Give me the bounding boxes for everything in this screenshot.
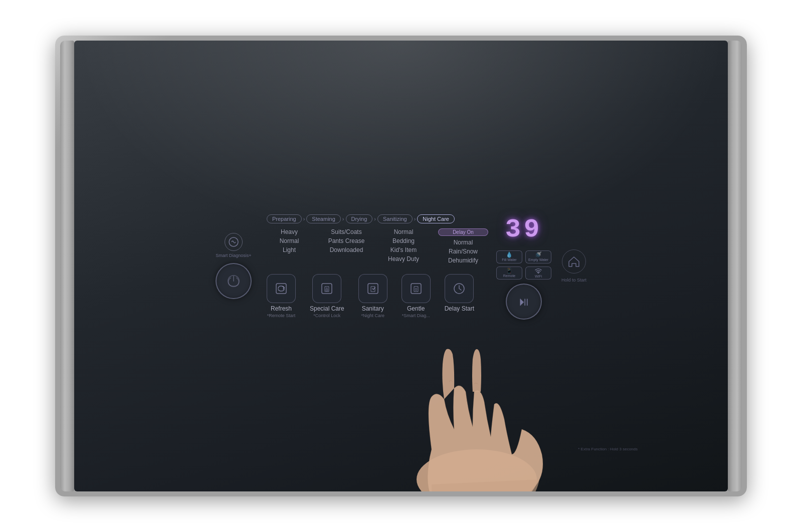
drying-heavy-duty: Heavy Duty	[381, 255, 426, 262]
appliance-panel: Smart Diagnosis+ Preparing	[55, 36, 747, 496]
hold-to-start-label: Hold to Start	[561, 278, 586, 283]
right-rail	[728, 41, 742, 491]
steaming-options: Suits/Coats Pants Crease Downloaded	[324, 228, 369, 264]
sanitary-icon	[358, 274, 387, 303]
bottom-buttons: Refresh *Remote Start	[267, 274, 474, 318]
center-section: Preparing › Steaming › Drying › Sanitizi…	[267, 214, 488, 318]
controls-area: Smart Diagnosis+ Preparing	[74, 213, 728, 320]
fill-water-button[interactable]: 💧 Fill Water	[496, 250, 522, 263]
right-section: 39 💧 Fill Water 🚿 Empty Water	[496, 213, 551, 320]
gentle-icon	[402, 274, 431, 303]
control-panel: Smart Diagnosis+ Preparing	[74, 41, 728, 491]
timer-display: 39	[505, 215, 542, 244]
smart-diagnosis: Smart Diagnosis+	[216, 233, 251, 258]
arrow-2: ›	[342, 216, 344, 222]
steaming-downloaded: Downloaded	[324, 246, 369, 253]
left-section: Smart Diagnosis+	[216, 233, 252, 300]
fill-water-label: Fill Water	[502, 258, 516, 262]
far-right-section: Hold to Start	[561, 249, 586, 283]
svg-rect-2	[276, 284, 286, 294]
drying-options: Normal Bedding Kid's Item Heavy Duty	[381, 228, 426, 264]
drying-kids-item: Kid's Item	[381, 246, 426, 253]
wifi-button[interactable]: WiFi	[525, 267, 551, 280]
preparing-normal: Normal	[267, 237, 312, 244]
svg-rect-3	[322, 284, 332, 294]
step-night-care[interactable]: Night Care	[417, 214, 455, 223]
arrow-3: ›	[374, 216, 376, 222]
delay-start-icon	[445, 274, 474, 303]
night-care-dehumidify: Dehumidify	[438, 257, 488, 264]
refresh-sublabel: *Remote Start	[267, 313, 296, 318]
night-care-options: Delay On Normal Rain/Snow Dehumidify	[438, 228, 488, 264]
preparing-heavy: Heavy	[267, 228, 312, 235]
extra-function-label: * Extra Function : Hold 3 seconds	[578, 447, 638, 451]
night-care-normal: Normal	[438, 239, 488, 246]
smart-diag-icon	[225, 233, 243, 251]
svg-point-7	[415, 289, 417, 291]
svg-point-10	[417, 449, 537, 491]
delay-start-label: Delay Start	[445, 305, 474, 312]
sanitary-label: Sanitary	[362, 305, 384, 312]
hand-overlay	[391, 299, 582, 491]
remote-icon: 📱	[506, 268, 513, 274]
wifi-icon	[535, 268, 542, 275]
empty-water-label: Empty Water	[528, 258, 548, 262]
delay-start-button[interactable]: Delay Start	[445, 274, 474, 313]
night-care-rain: Rain/Snow	[438, 248, 488, 255]
remote-label: Remote	[503, 274, 516, 278]
step-sanitizing[interactable]: Sanitizing	[377, 214, 413, 223]
program-steps: Preparing › Steaming › Drying › Sanitizi…	[267, 214, 455, 223]
sub-options: Heavy Normal Light Suits/Coats Pants Cre…	[267, 228, 488, 264]
preparing-light: Light	[267, 246, 312, 253]
play-pause-icon: ⏯	[518, 295, 530, 309]
steaming-suits: Suits/Coats	[324, 228, 369, 235]
sanitary-sublabel: *Night Care	[361, 313, 384, 318]
svg-point-9	[538, 273, 539, 274]
special-care-icon	[312, 274, 341, 303]
special-care-label: Special Care	[310, 305, 344, 312]
special-care-sublabel: *Control Lock	[313, 313, 340, 318]
refresh-button[interactable]: Refresh *Remote Start	[267, 274, 296, 318]
empty-water-icon: 🚿	[535, 251, 542, 258]
home-button[interactable]	[562, 249, 586, 274]
left-rail	[60, 41, 74, 491]
refresh-icon	[267, 274, 296, 303]
wifi-label: WiFi	[535, 275, 542, 279]
step-steaming[interactable]: Steaming	[306, 214, 340, 223]
display-area: 39	[501, 213, 546, 246]
empty-water-button[interactable]: 🚿 Empty Water	[525, 250, 551, 263]
gentle-sublabel: *Smart Diag...	[402, 313, 430, 318]
gentle-button[interactable]: Gentle *Smart Diag...	[402, 274, 431, 318]
play-pause-button[interactable]: ⏯	[506, 284, 542, 320]
power-button[interactable]	[216, 263, 252, 299]
drying-normal: Normal	[381, 228, 426, 235]
smart-diag-label: Smart Diagnosis+	[216, 253, 251, 258]
util-row-2: 📱 Remote	[496, 267, 551, 280]
steaming-pants: Pants Crease	[324, 237, 369, 244]
util-row-1: 💧 Fill Water 🚿 Empty Water	[496, 250, 551, 263]
preparing-options: Heavy Normal Light	[267, 228, 312, 264]
remote-button[interactable]: 📱 Remote	[496, 267, 522, 280]
utility-buttons: 💧 Fill Water 🚿 Empty Water 📱 Remote	[496, 250, 551, 280]
step-preparing[interactable]: Preparing	[267, 214, 302, 223]
arrow-4: ›	[414, 216, 416, 222]
step-drying[interactable]: Drying	[346, 214, 373, 223]
drying-bedding: Bedding	[381, 237, 426, 244]
special-care-button[interactable]: Special Care *Control Lock	[310, 274, 344, 318]
sanitary-button[interactable]: Sanitary *Night Care	[358, 274, 387, 318]
gentle-label: Gentle	[407, 305, 425, 312]
fill-water-icon: 💧	[506, 251, 513, 258]
arrow-1: ›	[303, 216, 305, 222]
refresh-label: Refresh	[271, 305, 292, 312]
svg-point-4	[326, 289, 328, 291]
delay-on-badge: Delay On	[438, 228, 488, 236]
